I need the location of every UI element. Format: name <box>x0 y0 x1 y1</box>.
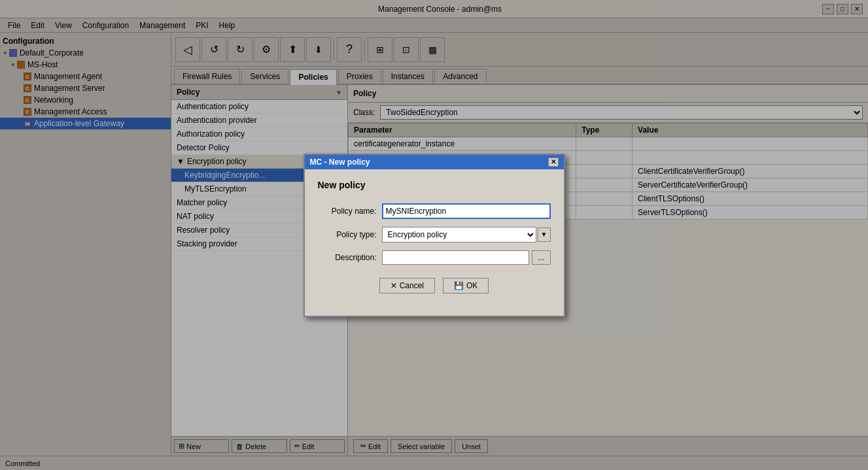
policy-type-container: Encryption policy ▼ <box>382 227 551 243</box>
modal-dialog: MC - New policy ✕ New policy Policy name… <box>304 154 565 317</box>
dropdown-arrow-icon[interactable]: ▼ <box>538 227 551 242</box>
policy-name-input[interactable] <box>382 203 551 219</box>
policy-type-label: Policy type: <box>318 230 377 239</box>
policy-type-row: Policy type: Encryption policy ▼ <box>318 227 551 243</box>
modal-overlay: MC - New policy ✕ New policy Policy name… <box>0 0 868 470</box>
ok-label: OK <box>466 281 477 290</box>
cancel-label: Cancel <box>400 281 424 290</box>
ok-button[interactable]: 💾 OK <box>443 278 489 294</box>
modal-titlebar: MC - New policy ✕ <box>305 155 564 169</box>
description-row: Description: ... <box>318 250 551 265</box>
modal-close-button[interactable]: ✕ <box>548 158 559 167</box>
modal-title: MC - New policy <box>310 158 370 167</box>
policy-name-label: Policy name: <box>318 207 377 216</box>
modal-content: New policy Policy name: Policy type: Enc… <box>305 169 564 304</box>
modal-content-title: New policy <box>318 180 551 190</box>
cancel-button[interactable]: ✕ Cancel <box>379 278 435 294</box>
policy-type-select[interactable]: Encryption policy <box>382 227 536 243</box>
description-input[interactable] <box>382 250 530 265</box>
policy-name-row: Policy name: <box>318 203 551 219</box>
description-label: Description: <box>318 253 377 262</box>
cancel-icon: ✕ <box>391 281 397 290</box>
description-container: ... <box>382 250 551 265</box>
ok-icon: 💾 <box>454 281 464 290</box>
modal-buttons: ✕ Cancel 💾 OK <box>318 278 551 294</box>
description-browse-button[interactable]: ... <box>532 250 550 265</box>
